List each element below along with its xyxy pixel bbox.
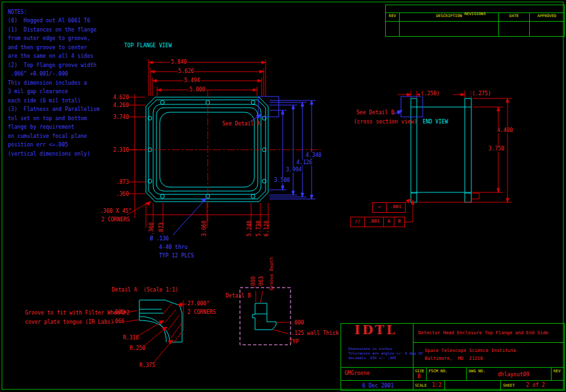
top-dim-lines (149, 59, 266, 96)
dim-bottom-6: 6.120 (264, 221, 270, 236)
notes-line: .066" +0.001/-.000 (8, 71, 68, 77)
rev-label: REV (554, 368, 561, 373)
logo-note-3: decimals .XXX +/- .005 (348, 356, 396, 360)
detail-b-label: Detail B (225, 293, 251, 299)
detail-b-dim-000: .000 (250, 276, 256, 289)
dim-right-4: 3.500 (273, 177, 291, 183)
dim-top-2: 5.626 (177, 68, 195, 74)
author-name: GMGreene (344, 370, 370, 376)
cad-drawing-sheet: NOTES: (0) Hogged out Al 6061 T6 (1) Dis… (0, 0, 566, 392)
scale-value: 1:2 (432, 382, 441, 388)
parallelism-symbol-icon: // (351, 217, 365, 227)
notes-line: 3 mil gap clearance (8, 89, 68, 95)
detail-a-radius-3: R.375 (139, 362, 155, 368)
revisions-table: REVISIONS REV DESCRIPTION DATE APPROVED (385, 5, 565, 37)
hole-callout-dia: Ø .136 (150, 236, 169, 242)
dim-bottom-5: 5.738 (256, 221, 262, 236)
chamfer-note-line1: .360 X 45° (100, 208, 131, 214)
dim-wall-right: (.275) (471, 91, 492, 97)
detail-b-dim-063: .063 (258, 276, 264, 289)
dim-right-1: 4.340 (305, 152, 322, 158)
notes-line: (0) Hogged out Al 6061 T6 (8, 18, 90, 24)
revisions-col-approved: APPROVED (530, 13, 564, 21)
end-view-outline (411, 98, 471, 202)
dim-left-4: 2.310 (110, 147, 129, 153)
dim-end-height: 4.400 (496, 127, 513, 133)
notes-line: (1) Distances on the flange (8, 27, 97, 33)
dim-wall-left: (.250) (420, 91, 440, 97)
detail-a-radius-1: R.316 (123, 335, 139, 341)
sheet-label: SHEET (503, 383, 515, 387)
detail-a-dim-000: .000 (112, 309, 124, 315)
parallelism-datum-a: A (384, 217, 394, 227)
company-logo: IDTL (354, 327, 397, 333)
left-dim-lines (130, 94, 145, 218)
revisions-col-description: DESCRIPTION (400, 13, 499, 21)
org-name: Space Telescope Science Institute (425, 348, 516, 353)
parallelism-tolerance: .001 (365, 217, 384, 227)
detail-b-groove-depth: Groove Depth (269, 257, 274, 290)
dim-bottom-4: 5.248 (247, 221, 252, 236)
dim-right-3: 3.994 (285, 167, 302, 173)
dim-bottom-2: .873 (158, 223, 164, 235)
logo-note-2: Tolerances are angles +/- 0 deg 30' (348, 351, 425, 356)
detail-b-wall-thick: .125 wall Thick (291, 330, 339, 336)
dim-left-6: .360 (110, 191, 129, 197)
logo-note-1: Dimensions in inches (348, 347, 392, 351)
view-title-top-flange: TOP FLANGE VIEW (124, 43, 172, 49)
size-label: SIZE (415, 368, 424, 373)
notes-line: from outer edge to groove, (8, 35, 90, 41)
detail-b-wall-typ: TYP (289, 339, 298, 345)
notes-line: (3) Flatness and Parallelism (8, 106, 100, 112)
dwg-no-value: dhlayout09 (498, 372, 529, 378)
flatness-symbol-icon: ▱ (373, 203, 387, 212)
dim-left-1: 4.620 (110, 95, 129, 100)
dim-bottom-3: 3.060 (201, 221, 207, 236)
notes-line: and then groove to center (8, 45, 87, 51)
dim-left-2: 4.260 (110, 102, 129, 108)
chamfer-note-line2: 2 CORNERS (101, 217, 130, 223)
sheet-value: 2 of 2 (526, 382, 545, 388)
notes-line: on cumulative focal plane (8, 133, 87, 139)
flatness-tolerance: .001 (387, 203, 405, 212)
gdt-flatness-frame: ▱ .001 (372, 202, 406, 213)
detail-a-dim-066: .066 (112, 318, 124, 324)
notes-line: each side (6 mil total) (8, 98, 81, 104)
hole-callout-typ: TYP 12 PLCS (159, 253, 194, 259)
centerlines (130, 90, 321, 225)
right-dim-lines (173, 97, 316, 235)
revisions-empty-row (386, 22, 564, 36)
view-title-end: END VIEW (423, 119, 448, 125)
dim-top-3: 5.494 (183, 77, 200, 83)
scale-label: SCALE (415, 383, 427, 387)
notes-line: tol set on top and bottom (8, 116, 87, 121)
dim-bottom-1: .360 (149, 223, 154, 235)
notes-line: are the same on all 4 sides (8, 53, 93, 59)
dim-right-2: 4.126 (296, 160, 313, 165)
dwg-no-label: DWG NO. (469, 368, 485, 373)
dim-end-inner-height: 3.750 (488, 146, 505, 152)
fscm-label: FSCM NO. (429, 368, 448, 373)
parallelism-datum-b: B (394, 217, 404, 227)
drawing-date: 6 Dec 2001 (362, 383, 394, 389)
detail-a-note-line2: cover plate tongue (IR Labs) (25, 319, 114, 325)
notes-line: (2) Top flange groove width (8, 62, 97, 68)
title-block: IDTL Dimensions in inches Tolerances are… (341, 323, 565, 391)
detail-b-wall-000: .000 (291, 320, 304, 326)
drawing-title: Detector Head Enclosure Top Flange and E… (418, 330, 548, 336)
revisions-col-rev: REV (386, 13, 400, 21)
dim-left-3: 3.740 (110, 114, 129, 120)
notes-line: (vertical dimensions only) (8, 151, 90, 157)
detail-a-radius-2: R.250 (130, 345, 145, 351)
see-detail-b-sub: (cross section view) (354, 119, 417, 125)
dim-top-1: 5.840 (170, 59, 187, 65)
notes-line: NOTES: (8, 9, 27, 15)
revisions-col-date: DATE (499, 13, 530, 21)
see-detail-a-label: See Detail A (222, 121, 260, 127)
detail-a-angle-note: 2 CORNERS (187, 309, 216, 315)
detail-a-angle: 27.000° (187, 301, 210, 307)
org-address: Baltimore, MD 21218 (425, 356, 483, 361)
size-value: B (417, 374, 421, 380)
hole-callout-thread: 4-40 thru (159, 244, 187, 250)
notes-line: This dimension includes a (8, 80, 87, 86)
